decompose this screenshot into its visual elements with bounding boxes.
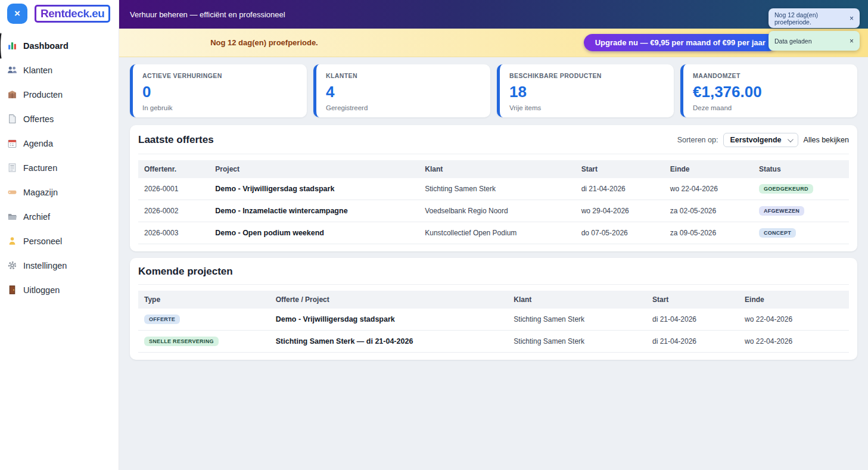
offer-klant-cell: Stichting Samen Sterk	[419, 178, 575, 200]
close-icon[interactable]: ×	[850, 15, 854, 22]
toast-stack: Nog 12 dag(en) proefperiode. × Data gela…	[769, 8, 860, 51]
stat-value: 4	[326, 83, 481, 101]
app-tagline: Verhuur beheren — efficiënt en professio…	[130, 10, 285, 19]
panel-title: Laatste offertes	[138, 134, 214, 146]
sidebar-item-label: Facturen	[23, 163, 57, 173]
trial-banner: Nog 12 dag(en) proefperiode. Upgrade nu …	[119, 29, 868, 57]
offer-project-cell: Demo - Inzamelactie wintercampagne	[209, 200, 419, 222]
app-logo-text: Rentdeck.eu	[41, 7, 104, 20]
stat-subtext: Vrije items	[509, 104, 664, 111]
offer-einde-cell: za 09-05-2026	[664, 222, 753, 244]
type-badge-offerte: OFFERTE	[144, 315, 180, 324]
sidebar-item-label: Personeel	[23, 236, 62, 246]
sort-select[interactable]: Eerstvolgende	[723, 133, 798, 147]
sort-label: Sorteren op:	[677, 136, 718, 144]
column-header-klant: Klant	[508, 291, 646, 309]
bar-chart-icon	[7, 41, 17, 51]
project-name-cell: Demo - Vrijwilligersdag stadspark	[270, 309, 508, 331]
active-indicator	[0, 31, 5, 61]
column-header-einde: Einde	[664, 160, 753, 178]
column-header-status: Status	[753, 160, 849, 178]
sidebar-item-dashboard[interactable]: Dashboard	[0, 33, 119, 58]
status-badge-concept: CONCEPT	[759, 228, 796, 238]
sidebar: × Rentdeck.eu Dashboard Klanten Producte…	[0, 0, 119, 470]
sidebar-item-label: Instellingen	[23, 261, 67, 270]
offer-start-cell: wo 29-04-2026	[575, 200, 664, 222]
project-klant-cell: Stichting Samen Sterk	[508, 331, 646, 353]
offer-nr-cell: 2026-0001	[138, 178, 209, 200]
upgrade-button[interactable]: Upgrade nu — €9,95 per maand of €99 per …	[584, 34, 777, 51]
stat-value: €1,376.00	[693, 83, 848, 101]
type-badge-snelle-reservering: SNELLE RESERVERING	[144, 337, 219, 346]
stat-card-beschikbare-producten: BESCHIKBARE PRODUCTEN 18 Vrije items	[497, 64, 674, 117]
sidebar-nav: Dashboard Klanten Producten Offertes Age	[0, 30, 119, 302]
package-icon	[7, 89, 17, 99]
column-header-offerte-project: Offerte / Project	[270, 291, 508, 309]
close-app-button[interactable]: ×	[7, 4, 27, 24]
offer-einde-cell: za 02-05-2026	[664, 200, 753, 222]
calendar-icon	[7, 138, 17, 148]
toast-text: Data geladen	[774, 38, 811, 45]
sidebar-item-facturen[interactable]: Facturen	[0, 155, 119, 180]
people-icon	[7, 65, 17, 75]
sidebar-item-agenda[interactable]: Agenda	[0, 131, 119, 155]
offer-start-cell: di 21-04-2026	[575, 178, 664, 200]
column-header-offertenr: Offertenr.	[138, 160, 209, 178]
stat-value: 0	[142, 83, 297, 101]
stat-label: ACTIEVE VERHURINGEN	[142, 72, 297, 79]
offer-project-cell: Demo - Vrijwilligersdag stadspark	[209, 178, 419, 200]
offer-nr-cell: 2026-0003	[138, 222, 209, 244]
sidebar-item-label: Archief	[23, 212, 50, 222]
toast-trial-notice: Nog 12 dag(en) proefperiode. ×	[769, 8, 860, 28]
offer-project-cell: Demo - Open podium weekend	[209, 222, 419, 244]
toast-text: Nog 12 dag(en) proefperiode.	[774, 11, 847, 26]
project-klant-cell: Stichting Samen Sterk	[508, 309, 646, 331]
stat-card-actieve-verhuringen: ACTIEVE VERHURINGEN 0 In gebruik	[130, 64, 307, 117]
sidebar-item-archief[interactable]: Archief	[0, 204, 119, 229]
view-all-link[interactable]: Alles bekijken	[804, 136, 849, 144]
close-icon[interactable]: ×	[850, 38, 854, 45]
project-row: OFFERTE Demo - Vrijwilligersdag stadspar…	[138, 309, 849, 331]
stat-card-maandomzet: MAANDOMZET €1,376.00 Deze maand	[680, 64, 857, 117]
column-header-einde: Einde	[739, 291, 849, 309]
column-header-project: Project	[209, 160, 419, 178]
sidebar-item-instellingen[interactable]: Instellingen	[0, 253, 119, 278]
sidebar-item-label: Klanten	[23, 66, 52, 75]
column-header-klant: Klant	[419, 160, 575, 178]
door-icon	[7, 285, 17, 295]
tag-icon	[7, 187, 17, 197]
offer-row: 2026-0003 Demo - Open podium weekend Kun…	[138, 222, 849, 244]
sidebar-item-personeel[interactable]: Personeel	[0, 229, 119, 253]
offers-table-header-row: Offertenr. Project Klant Start Einde Sta…	[138, 160, 849, 178]
top-header-bar: Verhuur beheren — efficiënt en professio…	[119, 0, 868, 29]
sidebar-item-uitloggen[interactable]: Uitloggen	[0, 278, 119, 302]
column-header-start: Start	[646, 291, 739, 309]
project-row: SNELLE RESERVERING Stichting Samen Sterk…	[138, 331, 849, 353]
latest-offers-header: Laatste offertes Sorteren op: Eerstvolge…	[138, 133, 849, 154]
sidebar-item-magazijn[interactable]: Magazijn	[0, 180, 119, 204]
folder-icon	[7, 211, 17, 222]
stat-subtext: Geregistreerd	[326, 104, 481, 111]
column-header-start: Start	[575, 160, 664, 178]
dashboard-content: ACTIEVE VERHURINGEN 0 In gebruik KLANTEN…	[119, 57, 868, 470]
sort-select-value: Eerstvolgende	[730, 136, 781, 144]
sidebar-item-label: Dashboard	[23, 41, 69, 51]
project-einde-cell: wo 22-04-2026	[739, 331, 849, 353]
main-area: Verhuur beheren — efficiënt en professio…	[119, 0, 868, 470]
project-einde-cell: wo 22-04-2026	[739, 309, 849, 331]
upcoming-projects-panel: Komende projecten Type Offerte / Project…	[130, 258, 857, 360]
stat-card-klanten: KLANTEN 4 Geregistreerd	[313, 64, 490, 117]
chevron-down-icon	[788, 136, 794, 142]
column-header-type: Type	[138, 291, 270, 309]
sidebar-item-offertes[interactable]: Offertes	[0, 107, 119, 131]
stat-label: BESCHIKBARE PRODUCTEN	[509, 72, 664, 79]
sidebar-item-label: Offertes	[23, 114, 54, 124]
stat-label: MAANDOMZET	[693, 72, 848, 79]
stat-value: 18	[509, 83, 664, 101]
stat-label: KLANTEN	[326, 72, 481, 79]
offer-klant-cell: Voedselbank Regio Noord	[419, 200, 575, 222]
sidebar-item-producten[interactable]: Producten	[0, 82, 119, 107]
sidebar-header: × Rentdeck.eu	[0, 0, 119, 30]
panel-title: Komende projecten	[138, 266, 233, 278]
sidebar-item-klanten[interactable]: Klanten	[0, 58, 119, 82]
